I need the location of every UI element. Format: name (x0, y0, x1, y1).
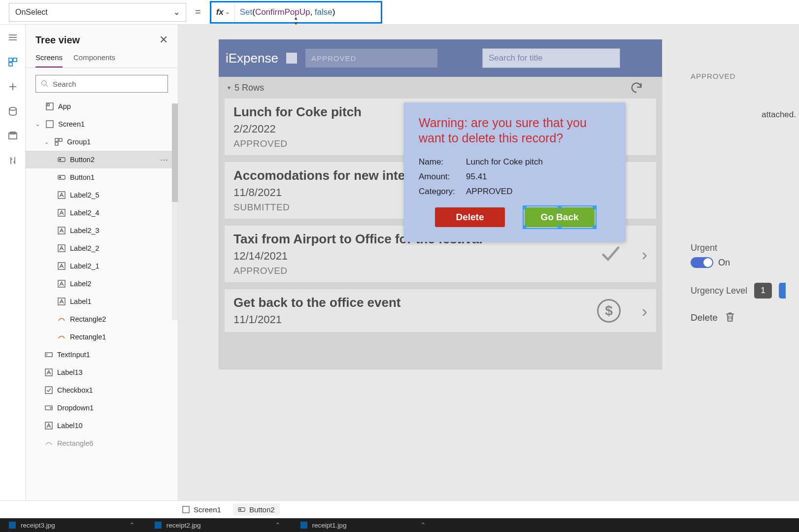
tree-item-label10[interactable]: Label10 (26, 417, 178, 434)
breadcrumb-button2[interactable]: Button2 (233, 503, 280, 516)
breadcrumb-bar: Screen1 Button2 (0, 500, 799, 518)
delete-button[interactable]: Delete (435, 207, 505, 227)
tree-item-label2-2[interactable]: Label2_2 (26, 239, 178, 257)
app-title: iExpense (226, 51, 278, 66)
urgent-label: Urgent (691, 243, 799, 253)
urgency-level-label: Urgency Level (691, 286, 747, 296)
close-icon[interactable]: ✕ (159, 33, 168, 46)
trash-icon[interactable] (725, 311, 735, 324)
taskbar-file[interactable]: receipt3.jpg⌃ (9, 521, 135, 529)
popup-category-value: APPROVED (466, 187, 512, 197)
tree-item-label2-4[interactable]: Label2_4 (26, 204, 178, 222)
chevron-right-icon[interactable]: › (642, 301, 647, 320)
property-dropdown-value: OnSelect (15, 8, 48, 17)
detail-attached-label: attached. (691, 110, 799, 120)
taskbar-file[interactable]: receipt1.jpg⌃ (300, 521, 427, 529)
tree-list: App ⌄Screen1 ⌄Group1 Button2⋯ Button1 La… (26, 98, 178, 500)
chevron-up-icon[interactable]: ⌃ (129, 521, 135, 529)
selection-handle[interactable] (558, 225, 562, 229)
go-back-button[interactable]: Go Back (525, 207, 595, 227)
search-title-input[interactable]: Search for title (482, 48, 620, 68)
expense-card[interactable]: Get back to the office event 11/1/2021 $… (225, 289, 656, 332)
data-icon[interactable] (7, 105, 19, 117)
dollar-icon: $ (597, 299, 621, 323)
file-icon (155, 522, 162, 529)
fx-icon[interactable]: fx⌄ (211, 2, 235, 22)
tab-components[interactable]: Components (73, 50, 115, 67)
formula-text[interactable]: Set(ConfirmPopUp, false) (235, 7, 340, 17)
tree-item-label13[interactable]: Label13 (26, 364, 178, 381)
urgent-toggle[interactable] (691, 257, 713, 268)
tree-item-rectangle6[interactable]: Rectangle6 (26, 434, 178, 452)
svg-point-31 (239, 509, 241, 510)
os-taskbar: receipt3.jpg⌃ receipt2.jpg⌃ receipt1.jpg… (0, 518, 799, 532)
refresh-icon[interactable] (630, 81, 643, 95)
tree-view-icon[interactable] (7, 56, 19, 68)
selection-handle[interactable] (593, 205, 597, 209)
tree-search-input[interactable]: Search (35, 75, 168, 93)
svg-point-14 (60, 159, 61, 161)
hamburger-icon[interactable] (7, 32, 19, 43)
file-icon (300, 522, 307, 529)
selection-handle[interactable] (593, 225, 597, 229)
detail-panel: APPROVED attached. Urgent On Urgency Lev… (686, 72, 799, 324)
popup-amount-label: Amount: (419, 172, 466, 182)
rows-count-label: 5 Rows (234, 83, 264, 93)
popup-category-label: Category: (419, 187, 466, 197)
tree-item-label2-1[interactable]: Label2_1 (26, 257, 178, 275)
urgency-badge[interactable]: 1 (754, 283, 772, 299)
taskbar-file[interactable]: receipt2.jpg⌃ (155, 521, 281, 529)
svg-rect-0 (9, 58, 12, 62)
media-icon[interactable] (7, 130, 19, 142)
app-header: iExpense APPROVED Search for title (219, 39, 662, 77)
urgency-badge-2[interactable] (779, 283, 786, 299)
more-icon[interactable]: ⋯ (161, 156, 169, 164)
tree-item-label2[interactable]: Label2 (26, 275, 178, 293)
svg-point-16 (60, 177, 61, 178)
tree-item-label2-3[interactable]: Label2_3 (26, 222, 178, 239)
selection-handle[interactable] (558, 205, 562, 209)
property-dropdown[interactable]: OnSelect ⌄ (9, 3, 186, 22)
selection-handle[interactable] (523, 205, 527, 209)
check-icon (599, 242, 621, 266)
popup-amount-value: 95.41 (466, 172, 487, 182)
tree-item-app[interactable]: App (26, 98, 178, 115)
breadcrumb-screen1[interactable]: Screen1 (182, 505, 221, 514)
tree-item-textinput1[interactable]: TextInput1 (26, 346, 178, 364)
chevron-down-icon: ⌄ (173, 7, 180, 17)
tree-item-screen1[interactable]: ⌄Screen1 (26, 115, 178, 133)
header-checkbox[interactable] (286, 53, 297, 64)
tab-screens[interactable]: Screens (35, 50, 63, 67)
tree-item-button1[interactable]: Button1 (26, 168, 178, 186)
tree-item-button2[interactable]: Button2⋯ (26, 151, 178, 168)
tree-scrollbar[interactable] (172, 103, 178, 320)
filter-dropdown[interactable]: APPROVED (305, 48, 438, 68)
insert-icon[interactable] (7, 81, 19, 93)
tree-item-rectangle1[interactable]: Rectangle1 (26, 328, 178, 346)
svg-point-3 (9, 107, 16, 110)
svg-rect-11 (59, 138, 62, 141)
formula-bar[interactable]: fx⌄ Set(ConfirmPopUp, false) ▲▼ (210, 1, 382, 24)
tree-item-label2-5[interactable]: Label2_5 (26, 186, 178, 204)
chevron-up-icon[interactable]: ⌃ (275, 521, 281, 529)
tree-item-label1[interactable]: Label1 (26, 293, 178, 310)
svg-point-6 (42, 81, 47, 86)
svg-rect-1 (13, 58, 17, 62)
advanced-tools-icon[interactable] (7, 155, 19, 166)
chevron-down-icon[interactable]: ▾ (228, 84, 231, 91)
filter-dropdown-button[interactable] (445, 48, 460, 68)
tree-item-checkbox1[interactable]: Checkbox1 (26, 381, 178, 399)
svg-rect-2 (9, 63, 12, 66)
chevron-up-icon[interactable]: ⌃ (420, 521, 426, 529)
tree-item-dropdown1[interactable]: Dropdown1 (26, 399, 178, 417)
tree-item-rectangle2[interactable]: Rectangle2 (26, 310, 178, 328)
svg-rect-12 (55, 142, 58, 145)
equals-label: = (195, 6, 201, 18)
canvas: ⚠⌄ iExpense APPROVED Search for title ▾ … (178, 25, 799, 500)
svg-rect-10 (55, 138, 58, 141)
tree-view-panel: Tree view ✕ Screens Components Search Ap… (26, 25, 178, 500)
chevron-right-icon[interactable]: › (642, 244, 647, 264)
tree-item-group1[interactable]: ⌄Group1 (26, 133, 178, 151)
selection-handle[interactable] (523, 225, 527, 229)
tree-search-placeholder: Search (53, 80, 76, 88)
